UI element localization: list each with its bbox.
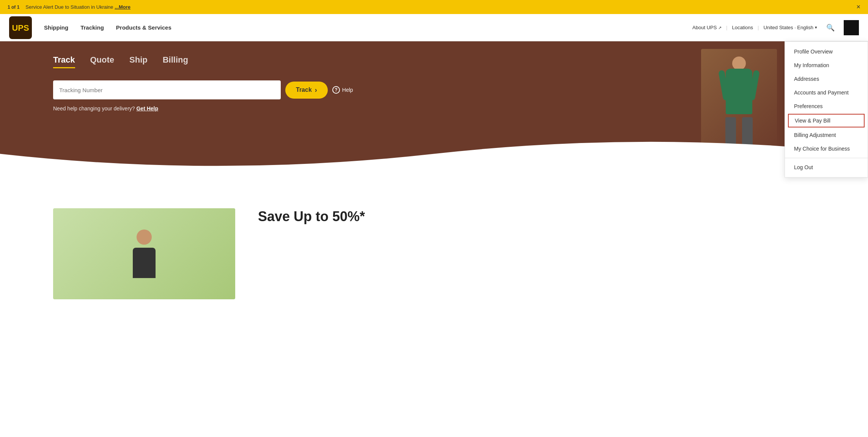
tab-track[interactable]: Track — [53, 55, 75, 68]
about-ups-link[interactable]: About UPS ↗ — [692, 25, 722, 30]
alert-banner: 1 of 1 Service Alert Due to Situation in… — [0, 0, 868, 14]
hero-tabs: Track Quote Ship Billing — [53, 55, 815, 68]
save-image-inner — [53, 208, 235, 299]
woman-body — [133, 248, 156, 278]
save-title: Save Up to 50%* — [258, 208, 815, 225]
hero-wave — [0, 130, 868, 178]
dropdown-log-out[interactable]: Log Out — [785, 160, 868, 174]
alert-banner-left: 1 of 1 Service Alert Due to Situation in… — [8, 4, 131, 10]
below-hero-section: Save Up to 50%* — [0, 178, 868, 314]
search-icon: 🔍 — [826, 24, 835, 31]
save-text-area: Save Up to 50%* — [258, 208, 815, 225]
dropdown-accounts-payment[interactable]: Accounts and Payment — [785, 86, 868, 99]
svg-text:UPS: UPS — [12, 23, 29, 33]
help-circle-icon: ? — [332, 86, 340, 94]
track-button[interactable]: Track › — [285, 82, 328, 99]
save-image — [53, 208, 235, 299]
nav-link-products[interactable]: Products & Services — [116, 23, 171, 32]
woman-head — [137, 230, 152, 245]
navbar-right-links: About UPS ↗ | Locations | United States … — [692, 25, 817, 30]
track-arrow-icon: › — [315, 86, 317, 94]
nav-link-tracking[interactable]: Tracking — [80, 23, 104, 32]
navbar-links: Shipping Tracking Products & Services — [44, 23, 692, 32]
nav-divider-1: | — [726, 25, 727, 30]
ups-logo[interactable]: UPS — [9, 16, 32, 39]
dropdown-billing-adjustment[interactable]: Billing Adjustment — [785, 128, 868, 142]
dropdown-my-information[interactable]: My Information — [785, 58, 868, 72]
delivery-help-text: Need help changing your delivery? Get He… — [53, 105, 815, 112]
chevron-down-icon: ▾ — [815, 25, 817, 30]
nav-divider-2: | — [758, 25, 759, 30]
dropdown-preferences[interactable]: Preferences — [785, 99, 868, 113]
locations-link[interactable]: Locations — [732, 25, 753, 30]
alert-more-link[interactable]: ...More — [115, 4, 131, 10]
user-avatar[interactable] — [844, 20, 859, 35]
help-link[interactable]: ? Help — [332, 86, 353, 94]
hero-section: Express Track Quote Ship Billing Track ›… — [0, 41, 868, 178]
locale-selector[interactable]: United States · English ▾ — [763, 25, 817, 30]
hero-content: Track Quote Ship Billing Track › ? Help … — [0, 41, 868, 142]
external-link-icon: ↗ — [718, 25, 722, 30]
tab-quote[interactable]: Quote — [90, 55, 115, 68]
navbar-right: About UPS ↗ | Locations | United States … — [692, 20, 859, 35]
tracking-input[interactable] — [53, 80, 281, 99]
nav-link-shipping[interactable]: Shipping — [44, 23, 68, 32]
alert-counter: 1 of 1 — [8, 5, 19, 10]
dropdown-view-pay-bill[interactable]: View & Pay Bill — [788, 114, 865, 127]
save-section: Save Up to 50%* — [53, 208, 815, 299]
dropdown-addresses[interactable]: Addresses — [785, 72, 868, 86]
dropdown-profile-overview[interactable]: Profile Overview — [785, 45, 868, 58]
tab-billing[interactable]: Billing — [163, 55, 188, 68]
navbar: UPS Shipping Tracking Products & Service… — [0, 14, 868, 41]
dropdown-my-choice-business[interactable]: My Choice for Business — [785, 142, 868, 156]
dropdown-divider — [785, 158, 868, 158]
alert-text: Service Alert Due to Situation in Ukrain… — [25, 4, 131, 10]
tracking-row: Track › ? Help — [53, 80, 815, 99]
tab-ship[interactable]: Ship — [129, 55, 148, 68]
alert-close-button[interactable]: × — [856, 3, 860, 11]
get-help-link[interactable]: Get Help — [136, 105, 158, 112]
search-button[interactable]: 🔍 — [825, 22, 836, 33]
profile-dropdown: Profile Overview My Information Addresse… — [785, 41, 868, 178]
woman-figure — [133, 230, 156, 278]
